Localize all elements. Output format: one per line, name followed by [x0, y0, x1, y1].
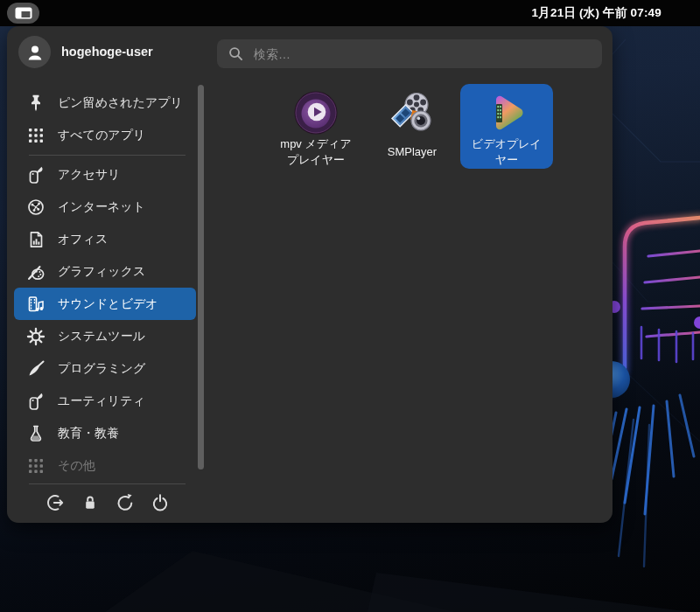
sidebar-item-sound-video[interactable]: サウンドとビデオ: [14, 288, 196, 320]
sidebar-item-utilities[interactable]: ユーティリティ: [14, 385, 196, 417]
sidebar-item-all-apps[interactable]: すべてのアプリ: [14, 119, 196, 151]
sidebar-item-label: インターネット: [58, 199, 145, 215]
sidebar-item-graphics[interactable]: グラフィックス: [14, 255, 196, 288]
app-label: mpv メディア プレイヤー: [280, 136, 351, 169]
app-video-player[interactable]: ビデオプレイ ヤー: [460, 84, 553, 169]
smplayer-icon: [389, 90, 435, 136]
app-smplayer[interactable]: SMPlayer: [366, 84, 458, 169]
utilities-knife-icon: [26, 392, 46, 411]
search-input[interactable]: [252, 38, 602, 69]
sidebar-item-label: 教育・教養: [58, 426, 119, 442]
sidebar-item-internet[interactable]: インターネット: [14, 191, 196, 223]
application-menu: hogehoge-user ピン留めされたアプリ: [7, 26, 612, 523]
sidebar-item-pinned-apps[interactable]: ピン留めされたアプリ: [14, 87, 196, 119]
sidebar-item-other[interactable]: その他: [14, 449, 196, 482]
user-icon: [24, 42, 46, 63]
sidebar-item-label: グラフィックス: [58, 264, 145, 280]
sidebar-item-label: サウンドとビデオ: [58, 296, 158, 312]
programming-trowel-icon: [26, 359, 46, 379]
sidebar-item-accessories[interactable]: アクセサリ: [14, 158, 196, 191]
shutdown-button[interactable]: [149, 491, 172, 514]
search-box[interactable]: [217, 39, 602, 68]
lock-button[interactable]: [79, 491, 102, 514]
clock[interactable]: 1月21日 (水) 午前 07:49: [532, 0, 662, 26]
window-layout-icon: [15, 7, 32, 19]
graphics-palette-icon: [26, 262, 46, 282]
sound-video-icon: [26, 295, 46, 314]
sidebar-item-label: その他: [58, 458, 95, 474]
restart-icon: [115, 492, 136, 513]
sidebar-divider: [29, 155, 186, 156]
app-label: ビデオプレイ ヤー: [472, 136, 542, 169]
app-label: SMPlayer: [388, 136, 437, 169]
power-icon: [150, 492, 171, 513]
sidebar-item-label: ユーティリティ: [58, 393, 145, 409]
logout-icon: [45, 492, 66, 513]
search-icon: [228, 46, 243, 61]
system-gear-icon: [26, 327, 46, 346]
sidebar-scrollbar[interactable]: [198, 85, 204, 469]
applications-menu-button[interactable]: [7, 3, 39, 24]
sidebar-item-label: プログラミング: [58, 361, 145, 377]
sidebar-item-office[interactable]: オフィス: [14, 223, 196, 255]
avatar[interactable]: [18, 36, 51, 68]
app-mpv[interactable]: mpv メディア プレイヤー: [270, 84, 362, 169]
sidebar-item-label: アクセサリ: [58, 167, 121, 183]
category-sidebar: ピン留めされたアプリ すべてのアプリ アクセサリ: [14, 87, 196, 482]
mpv-icon: [293, 90, 339, 136]
sidebar-item-label: ピン留めされたアプリ: [58, 95, 183, 111]
office-document-icon: [26, 230, 46, 249]
lock-icon: [80, 492, 101, 513]
sidebar-item-label: システムツール: [58, 329, 145, 344]
all-apps-grid-icon: [26, 126, 46, 145]
pin-icon: [26, 94, 46, 113]
restart-button[interactable]: [114, 491, 136, 514]
sidebar-item-system-tools[interactable]: システムツール: [14, 320, 196, 352]
other-grid-icon: [26, 456, 46, 476]
sidebar-item-label: オフィス: [58, 232, 108, 247]
accessories-knife-icon: [26, 165, 46, 184]
username: hogehoge-user: [61, 36, 153, 68]
sidebar-item-programming[interactable]: プログラミング: [14, 352, 196, 385]
sidebar-bottom-divider: [29, 483, 186, 484]
internet-globe-icon: [26, 198, 46, 217]
logout-button[interactable]: [44, 491, 66, 514]
video-player-icon: [484, 90, 529, 136]
top-bar: 1月21日 (水) 午前 07:49: [0, 0, 700, 26]
education-flask-icon: [26, 424, 46, 443]
sidebar-item-education[interactable]: 教育・教養: [14, 417, 196, 449]
sidebar-item-label: すべてのアプリ: [58, 128, 145, 143]
session-actions: [7, 490, 189, 518]
